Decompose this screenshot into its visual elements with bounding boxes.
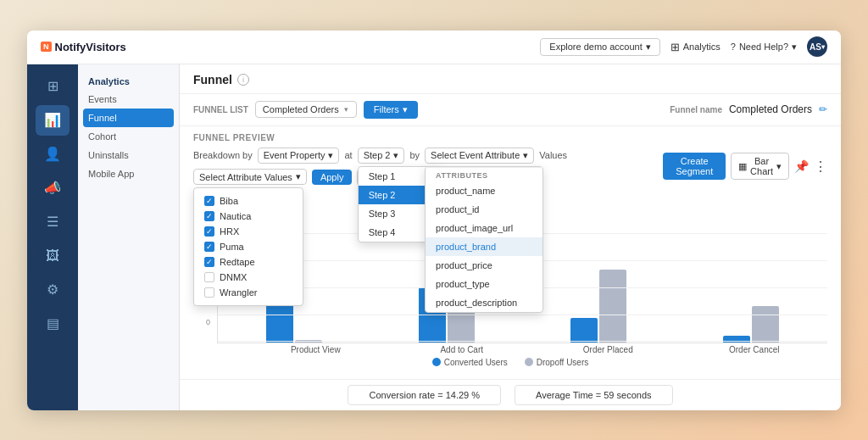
preview-section: FUNNEL PREVIEW Breakdown by Event Proper…	[180, 126, 841, 208]
bar-orderplaced-dropoff	[599, 270, 626, 343]
values-label: Values	[539, 150, 567, 160]
sidebar-section-title: Analytics	[78, 71, 179, 90]
help-icon: ?	[731, 42, 736, 52]
content-header: Funnel i	[180, 64, 841, 94]
stat-conversion-rate: Conversion rate = 14.29 %	[348, 385, 501, 405]
checkbox-dnmx[interactable]	[204, 272, 214, 282]
edit-icon[interactable]: ✏	[819, 103, 827, 115]
secondary-sidebar: Analytics Events Funnel Cohort Uninstall…	[78, 64, 180, 410]
funnel-list-select[interactable]: Completed Orders ▾	[255, 101, 357, 118]
at-label: at	[344, 150, 352, 160]
checkbox-nautica[interactable]	[204, 211, 214, 221]
topnav-right: Explore demo account ▾ ⊞ Analytics ? Nee…	[540, 36, 827, 57]
sidebar-item-events[interactable]: Events	[78, 90, 179, 109]
bar-ordercancel-converted	[723, 336, 750, 342]
preview-controls: Breakdown by Event Property ▾ at Step 2 …	[193, 148, 827, 186]
attribute-select-container: Select Event Attribute ▾ ATTRIBUTES prod…	[425, 148, 534, 164]
attr-option-product_id[interactable]: product_id	[426, 200, 542, 219]
attr-option-product_image_url[interactable]: product_image_url	[426, 219, 542, 237]
main-layout: ⊞ 📊 👤 📣 ☰ 🖼 ⚙ ▤ Analytics Events Funnel …	[27, 64, 841, 410]
more-options-icon[interactable]: ⋮	[814, 159, 827, 175]
legend-dropoff: Dropoff Users	[525, 358, 589, 367]
sidebar-item-funnel[interactable]: Funnel	[83, 109, 174, 127]
logo-badge: N	[41, 42, 52, 52]
step-select-container: Step 2 ▾ Step 1 Step 2 Step 3 Step 4	[358, 148, 405, 164]
attr-option-product_name[interactable]: product_name	[426, 181, 542, 200]
sidebar-icon-media[interactable]: 🖼	[36, 241, 70, 271]
attr-option-product_description[interactable]: product_description	[426, 293, 542, 312]
chevron-down-icon: ▾	[523, 150, 528, 161]
y-label-0: 0	[206, 318, 214, 326]
attr-option-product_type[interactable]: product_type	[426, 275, 542, 293]
checkbox-biba[interactable]	[204, 196, 214, 206]
attr-values-select[interactable]: Select Attribute Values ▾	[193, 169, 307, 185]
checkbox-redtape[interactable]	[204, 257, 214, 267]
attr-option-product_price[interactable]: product_price	[426, 256, 542, 275]
sidebar-icon-layers[interactable]: ▤	[36, 309, 70, 339]
funnel-list-label: Funnel list	[193, 105, 248, 114]
attr-val-nautica[interactable]: Nautica	[194, 209, 303, 224]
attr-option-product_brand[interactable]: product_brand	[426, 237, 542, 256]
x-axis-labels: Product View Add to Cart Order Placed Or…	[193, 343, 827, 354]
preview-right: Create Segment ▦ Bar Chart ▾ 📌 ⋮	[663, 153, 827, 180]
grid-small-icon: ⊞	[670, 41, 680, 53]
create-segment-button[interactable]: Create Segment	[663, 153, 726, 180]
sidebar-item-cohort[interactable]: Cohort	[78, 127, 179, 146]
chevron-down-icon: ▾	[403, 104, 408, 115]
checkbox-hrx[interactable]	[204, 226, 214, 237]
sidebar-icon-campaigns[interactable]: 📣	[36, 173, 70, 203]
apply-button[interactable]: Apply	[312, 170, 353, 185]
attr-val-biba[interactable]: Biba	[194, 193, 303, 209]
chevron-down-icon: ▾	[646, 42, 651, 53]
chevron-down-icon: ▾	[344, 105, 348, 114]
app-window: N NotifyVisitors Explore demo account ▾ …	[27, 31, 841, 410]
attr-values-dropdown: Biba Nautica HRX	[193, 187, 303, 306]
bar-product-view-dropoff	[295, 340, 322, 343]
checkbox-wrangler[interactable]	[204, 287, 214, 298]
attr-val-puma[interactable]: Puma	[194, 239, 303, 254]
legend-converted: Converted Users	[432, 358, 508, 367]
funnel-controls: Funnel list Completed Orders ▾ Filters ▾…	[180, 94, 841, 126]
attr-val-hrx[interactable]: HRX	[194, 224, 303, 239]
x-label-order-placed: Order Placed	[535, 343, 682, 354]
attribute-select[interactable]: Select Event Attribute ▾	[425, 148, 534, 164]
sidebar-icon-analytics[interactable]: 📊	[36, 105, 70, 136]
chevron-down-icon: ▾	[393, 150, 398, 161]
avatar[interactable]: AS ▾	[807, 36, 827, 57]
chevron-down-icon: ▾	[296, 171, 301, 182]
funnel-left-controls: Funnel list Completed Orders ▾ Filters ▾	[193, 101, 418, 119]
funnel-right-controls: Funnel name Completed Orders ✏	[670, 103, 827, 115]
attr-val-dnmx[interactable]: DNMX	[194, 270, 303, 285]
chevron-down-icon: ▾	[328, 150, 333, 161]
pin-icon[interactable]: 📌	[794, 159, 809, 173]
demo-account-button[interactable]: Explore demo account ▾	[540, 38, 659, 56]
bar-chart-icon: ▦	[738, 161, 747, 172]
logo-text: NotifyVisitors	[55, 41, 126, 53]
sidebar-icon-grid[interactable]: ⊞	[36, 71, 70, 102]
sidebar-icon-users[interactable]: 👤	[36, 139, 70, 170]
chevron-down-icon: ▾	[776, 161, 782, 172]
attributes-section-label: ATTRIBUTES	[426, 167, 542, 181]
sidebar-icon-list[interactable]: ☰	[36, 207, 70, 237]
sidebar-item-uninstalls[interactable]: Uninstalls	[78, 146, 179, 164]
x-label-add-to-cart: Add to Cart	[389, 343, 536, 354]
info-icon[interactable]: i	[237, 74, 249, 86]
sidebar-item-mobileapp[interactable]: Mobile App	[78, 164, 179, 183]
attr-val-redtape[interactable]: Redtape	[194, 254, 303, 270]
breakdown-select[interactable]: Event Property ▾	[258, 148, 340, 164]
funnel-name-label: Funnel name	[670, 105, 722, 114]
sidebar-icon-settings[interactable]: ⚙	[36, 275, 70, 305]
chart-legend: Converted Users Dropoff Users	[193, 354, 827, 372]
chart-type-button[interactable]: ▦ Bar Chart ▾	[731, 153, 789, 180]
attr-values-select-container: Select Attribute Values ▾ Biba	[193, 169, 307, 185]
checkbox-puma[interactable]	[204, 242, 214, 252]
help-nav-link[interactable]: ? Need Help? ▾	[731, 42, 797, 53]
filters-button[interactable]: Filters ▾	[364, 101, 418, 119]
bar-orderplaced-converted	[570, 318, 598, 343]
bar-ordercancel-dropoff	[752, 306, 779, 343]
step-select[interactable]: Step 2 ▾	[358, 148, 405, 164]
attr-val-wrangler[interactable]: Wrangler	[194, 285, 303, 300]
legend-dot-dropoff	[525, 358, 533, 366]
analytics-nav-link[interactable]: ⊞ Analytics	[670, 41, 721, 53]
bottom-stats: Conversion rate = 14.29 % Average Time =…	[180, 379, 841, 410]
